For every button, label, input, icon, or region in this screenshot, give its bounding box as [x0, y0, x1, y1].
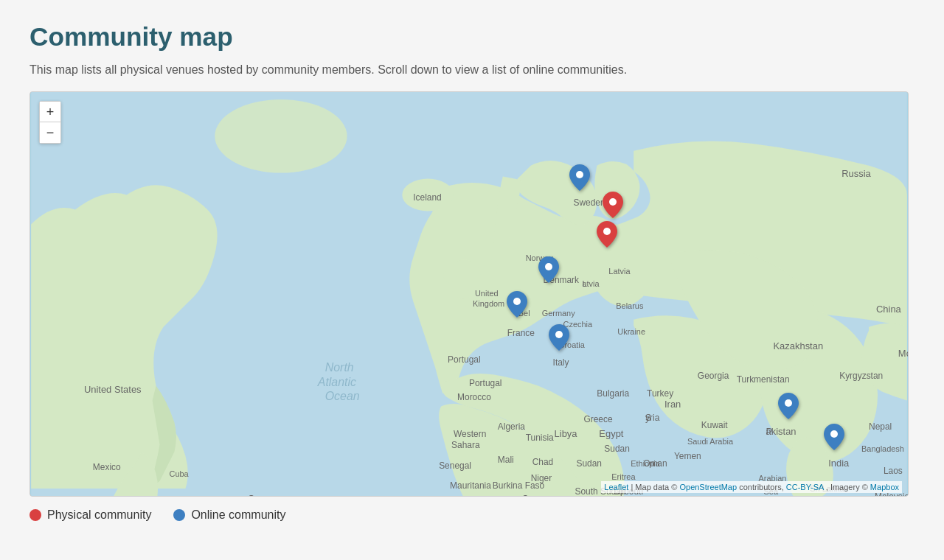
svg-point-85: [513, 298, 521, 305]
online-dot: [173, 509, 185, 521]
svg-text:Guatemala: Guatemala: [164, 495, 207, 496]
svg-text:Sahara: Sahara: [451, 440, 480, 450]
page-title: Community map: [30, 22, 914, 52]
svg-text:United States: United States: [84, 385, 142, 396]
legend-online: Online community: [173, 508, 285, 522]
svg-text:Latvia: Latvia: [608, 267, 631, 276]
svg-text:Atlantic: Atlantic: [317, 376, 356, 388]
svg-text:France: France: [507, 328, 535, 338]
svg-text:India: India: [828, 458, 850, 469]
svg-text:Nepal: Nepal: [869, 421, 892, 432]
ccbysa-link[interactable]: CC-BY-SA: [786, 483, 824, 491]
svg-text:Burkina Faso: Burkina Faso: [493, 480, 545, 491]
svg-text:Ocean: Ocean: [325, 390, 360, 402]
zoom-controls: + −: [39, 101, 61, 144]
svg-text:Mauritania: Mauritania: [450, 480, 491, 491]
marker-latvia[interactable]: [597, 221, 617, 251]
marker-pakistan[interactable]: [778, 393, 799, 422]
svg-text:Syria: Syria: [645, 413, 660, 423]
svg-point-84: [545, 263, 552, 270]
svg-text:Bulgaria: Bulgaria: [597, 388, 629, 399]
zoom-out-button[interactable]: −: [40, 122, 60, 143]
marker-finland[interactable]: [603, 192, 623, 221]
svg-point-86: [555, 331, 563, 338]
svg-text:Western: Western: [454, 429, 486, 439]
svg-text:Russia: Russia: [841, 168, 871, 179]
svg-text:Portugal: Portugal: [469, 378, 502, 388]
svg-text:Morocco: Morocco: [457, 392, 491, 402]
svg-text:China: China: [876, 304, 902, 315]
osm-link[interactable]: OpenStreetMap: [679, 483, 737, 491]
map-legend: Physical community Online community: [30, 508, 914, 522]
svg-text:Iran: Iran: [664, 399, 681, 410]
svg-text:Kingdom: Kingdom: [473, 299, 504, 308]
svg-text:Sudan: Sudan: [604, 444, 630, 454]
svg-text:Turkmenistan: Turkmenistan: [737, 374, 790, 385]
svg-text:Cameroon: Cameroon: [522, 494, 563, 496]
svg-text:Iceland: Iceland: [413, 192, 442, 203]
svg-point-89: [609, 198, 617, 206]
svg-text:Kazakhstan: Kazakhstan: [773, 340, 823, 351]
svg-text:United: United: [475, 289, 499, 298]
svg-point-88: [830, 430, 838, 438]
mapbox-link[interactable]: Mapbox: [870, 483, 899, 491]
svg-text:Italy: Italy: [553, 357, 569, 368]
svg-text:Bangladesh: Bangladesh: [861, 444, 904, 453]
svg-text:Libya: Libya: [555, 428, 578, 439]
svg-text:Chad: Chad: [532, 457, 554, 467]
svg-text:Belarus: Belarus: [616, 301, 644, 310]
svg-text:Yemen: Yemen: [674, 451, 701, 461]
svg-text:Turkey: Turkey: [647, 388, 673, 399]
svg-text:Ukraine: Ukraine: [617, 327, 645, 336]
svg-text:Senegal: Senegal: [439, 461, 471, 471]
svg-text:Sweden: Sweden: [573, 197, 605, 208]
svg-text:Kyrgyzstan: Kyrgyzstan: [839, 371, 883, 381]
svg-point-83: [576, 171, 583, 178]
map-attribution: Leaflet | Map data © OpenStreetMap contr…: [601, 481, 902, 493]
page-subtitle: This map lists all physical venues hoste…: [30, 63, 914, 77]
leaflet-link[interactable]: Leaflet: [604, 483, 628, 491]
physical-dot: [30, 509, 41, 521]
svg-text:Cuba: Cuba: [169, 469, 189, 478]
svg-text:Latvia: Latvia: [582, 279, 600, 288]
online-label: Online community: [191, 508, 285, 522]
svg-text:Algeria: Algeria: [498, 421, 526, 432]
svg-text:Pakistan: Pakistan: [766, 426, 796, 437]
physical-label: Physical community: [47, 508, 151, 522]
svg-text:Kuwait: Kuwait: [701, 420, 729, 430]
svg-text:Saudi Arabia: Saudi Arabia: [687, 437, 734, 446]
svg-point-87: [785, 399, 792, 407]
svg-point-1: [215, 99, 347, 173]
zoom-in-button[interactable]: +: [40, 102, 60, 122]
svg-text:Ethiopia: Ethiopia: [631, 459, 660, 468]
svg-text:Mongol: Mongol: [898, 348, 908, 359]
svg-text:Portugal: Portugal: [448, 354, 480, 365]
map-container: North Atlantic Ocean United States Mexic…: [30, 91, 909, 497]
svg-text:Mexico: Mexico: [93, 462, 121, 472]
svg-text:Germany: Germany: [542, 309, 576, 318]
svg-text:Sudan: Sudan: [576, 458, 602, 469]
marker-belgium[interactable]: [507, 291, 527, 321]
svg-text:North: North: [325, 361, 354, 374]
svg-text:Laos: Laos: [884, 466, 903, 476]
svg-point-90: [603, 228, 611, 235]
svg-text:Tunisia: Tunisia: [526, 433, 554, 443]
map-background: North Atlantic Ocean United States Mexic…: [30, 92, 908, 496]
svg-text:Guyana: Guyana: [248, 494, 279, 496]
marker-italy[interactable]: [549, 324, 569, 354]
marker-india[interactable]: [824, 424, 844, 453]
svg-text:Mali: Mali: [498, 455, 514, 465]
marker-sweden[interactable]: [569, 164, 590, 194]
legend-physical: Physical community: [30, 508, 151, 522]
marker-denmark[interactable]: [538, 256, 559, 286]
svg-text:Egypt: Egypt: [599, 428, 623, 439]
svg-text:Georgia: Georgia: [698, 371, 729, 381]
svg-text:Eritrea: Eritrea: [611, 472, 636, 481]
svg-text:Greece: Greece: [583, 414, 613, 424]
